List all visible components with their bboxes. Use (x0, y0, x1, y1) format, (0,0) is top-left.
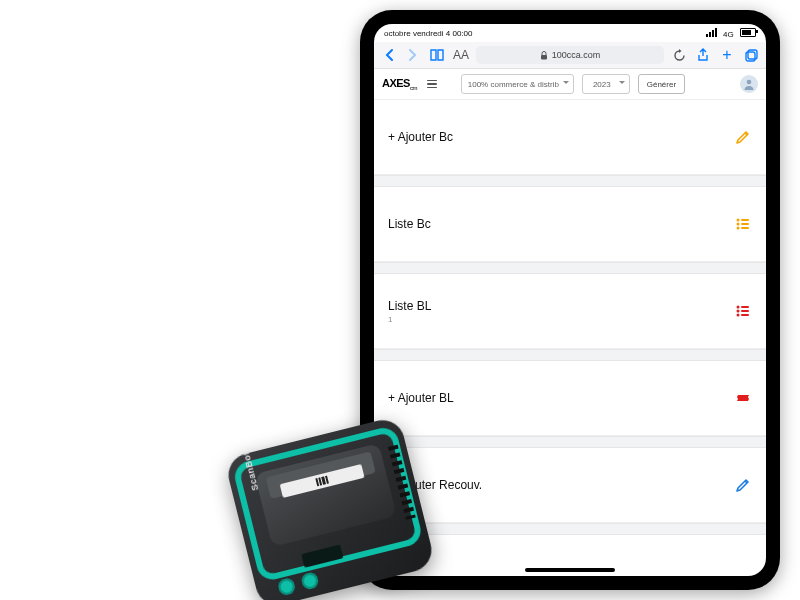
ticket-icon (734, 389, 752, 407)
person-icon (743, 78, 755, 90)
svg-rect-14 (741, 310, 749, 312)
menu-row[interactable]: + Ajouter Bc (374, 100, 766, 175)
row-divider (374, 523, 766, 535)
app-header: AXEScm 100% commerce & distrib 2023 Géné… (374, 69, 766, 100)
tabs-button[interactable] (742, 46, 760, 64)
signal-icon (706, 28, 717, 37)
menu-button[interactable] (427, 80, 437, 89)
pencil-icon (734, 476, 752, 494)
reload-button[interactable] (670, 46, 688, 64)
back-button[interactable] (380, 46, 398, 64)
svg-point-3 (747, 80, 752, 85)
app-logo: AXEScm (382, 77, 417, 91)
row-label: Liste BL (388, 299, 431, 313)
svg-point-12 (737, 314, 740, 317)
lock-icon (540, 51, 548, 60)
row-label: + Ajouter BL (388, 391, 454, 405)
svg-point-11 (737, 310, 740, 313)
svg-rect-15 (741, 314, 749, 316)
menu-row[interactable]: Liste Bc (374, 187, 766, 262)
tablet-frame: octobre vendredi 4 00:00 4G AA 100cca.co… (360, 10, 780, 590)
svg-rect-0 (541, 55, 547, 60)
list-icon (734, 215, 752, 233)
new-tab-button[interactable]: + (718, 46, 736, 64)
svg-rect-9 (741, 227, 749, 229)
address-bar[interactable]: 100cca.com (476, 46, 664, 64)
row-label: Liste Bc (388, 217, 431, 231)
svg-point-10 (737, 306, 740, 309)
share-button[interactable] (694, 46, 712, 64)
battery-icon (740, 28, 756, 37)
row-label: + Ajouter Bc (388, 130, 453, 144)
list-icon (734, 302, 752, 320)
svg-rect-8 (741, 223, 749, 225)
address-domain: 100cca.com (552, 50, 601, 60)
tablet-screen: octobre vendredi 4 00:00 4G AA 100cca.co… (374, 24, 766, 576)
row-divider (374, 262, 766, 274)
row-divider (374, 436, 766, 448)
text-size-button[interactable]: AA (452, 46, 470, 64)
forward-button[interactable] (404, 46, 422, 64)
safari-toolbar: AA 100cca.com + (374, 42, 766, 69)
svg-rect-7 (741, 219, 749, 221)
menu-row[interactable]: + Ajouter Recouv. (374, 448, 766, 523)
svg-point-6 (737, 227, 740, 230)
row-divider (374, 175, 766, 187)
menu-row[interactable]: + Ajouter BL (374, 361, 766, 436)
receipt-printer: ScanBot (224, 416, 436, 600)
user-avatar[interactable] (740, 75, 758, 93)
ios-status-bar: octobre vendredi 4 00:00 4G (374, 24, 766, 42)
network-label: 4G (723, 30, 734, 39)
generate-button[interactable]: Générer (638, 74, 685, 94)
row-divider (374, 349, 766, 361)
book-icon[interactable] (428, 46, 446, 64)
svg-rect-13 (741, 306, 749, 308)
pencil-icon (734, 128, 752, 146)
company-select[interactable]: 100% commerce & distrib (461, 74, 574, 94)
status-datetime: octobre vendredi 4 00:00 (384, 29, 473, 38)
menu-row[interactable]: Liste BL1 (374, 274, 766, 349)
svg-point-4 (737, 219, 740, 222)
row-subtext: 1 (388, 315, 431, 324)
status-right: 4G (706, 28, 756, 39)
menu-list: + Ajouter BcListe BcListe BL1+ Ajouter B… (374, 100, 766, 564)
svg-point-5 (737, 223, 740, 226)
year-select[interactable]: 2023 (582, 74, 630, 94)
